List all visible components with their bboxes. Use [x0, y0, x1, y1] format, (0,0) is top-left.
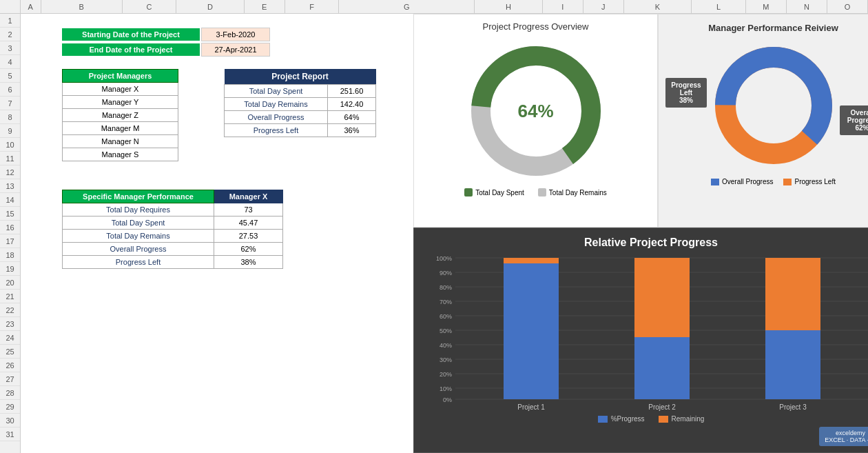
specific-value-5[interactable]: 38%	[214, 256, 283, 269]
svg-text:80%: 80%	[440, 284, 452, 291]
legend-remains-color	[538, 188, 546, 197]
report-header-row: Project Report	[225, 69, 376, 85]
manager-x-row: Manager X	[63, 83, 178, 96]
specific-row-1: Total Day Requires 73	[63, 203, 283, 217]
report-value-2[interactable]: 142.40	[328, 98, 376, 111]
bar-p1-progress	[504, 263, 559, 399]
row-28: 28	[0, 386, 20, 400]
specific-value-1[interactable]: 73	[214, 203, 283, 217]
row-7: 7	[0, 97, 20, 110]
svg-text:70%: 70%	[440, 299, 452, 305]
col-c: C	[123, 0, 177, 13]
bar-legend-progress-label: %Progress	[611, 415, 645, 423]
row-numbers: 1 2 3 4 5 6 7 8 9 10 11 12 13 14 15 16 1…	[0, 14, 21, 453]
legend-left-label: Progress Left	[794, 178, 835, 185]
manager-n-cell[interactable]: Manager N	[63, 135, 178, 148]
report-label-1: Total Day Spent	[225, 85, 328, 98]
report-value-4[interactable]: 36%	[328, 124, 376, 137]
row-18: 18	[0, 248, 20, 262]
bar-chart-legend: %Progress Remaining	[414, 415, 868, 423]
donut-percentage: 64%	[517, 101, 553, 122]
row-6: 6	[0, 83, 20, 97]
svg-text:30%: 30%	[440, 356, 452, 363]
specific-label-4: Overall Progress	[63, 243, 214, 256]
col-d: D	[176, 0, 244, 13]
row-29: 29	[0, 400, 20, 414]
manager-donut-container: Progress Left38% Overall Progress62%	[659, 37, 868, 174]
legend-spent-label: Total Day Spent	[475, 189, 524, 197]
report-label-3: Overall Progress	[225, 111, 328, 124]
manager-s-cell[interactable]: Manager S	[63, 148, 178, 161]
row-15: 15	[0, 207, 20, 221]
bar-chart-wrapper: 100% 90% 80% 70% 60% 50% 40% 30% 20% 10%…	[414, 254, 868, 415]
row-24: 24	[0, 331, 20, 345]
row-25: 25	[0, 345, 20, 359]
end-date-label: End Date of the Project	[62, 43, 200, 56]
end-date-value[interactable]: 27-Apr-2021	[201, 43, 270, 57]
report-value-3[interactable]: 64%	[328, 111, 376, 124]
specific-col2-header: Manager X	[214, 190, 283, 203]
starting-date-row: Starting Date of the Project 3-Feb-2020	[62, 28, 270, 41]
legend-left: Progress Left	[783, 178, 835, 185]
progress-chart-title: Project Progress Overview	[414, 14, 657, 35]
report-row-2: Total Day Remains 142.40	[225, 98, 376, 111]
svg-text:Project 3: Project 3	[779, 403, 807, 411]
specific-value-2[interactable]: 45.47	[214, 217, 283, 230]
row-30: 30	[0, 414, 20, 427]
managers-section: Project Managers Manager X Manager Y Man…	[62, 69, 178, 161]
relative-progress-chart: Relative Project Progress	[413, 228, 868, 453]
report-value-1[interactable]: 251.60	[328, 85, 376, 98]
row-31: 31	[0, 427, 20, 441]
specific-label-2: Total Day Spent	[63, 217, 214, 230]
manager-y-cell[interactable]: Manager Y	[63, 96, 178, 109]
row-11: 11	[0, 152, 20, 165]
svg-text:20%: 20%	[440, 371, 452, 378]
manager-z-row: Manager Z	[63, 109, 178, 122]
specific-value-4[interactable]: 62%	[214, 243, 283, 256]
row-4: 4	[0, 55, 20, 69]
report-label-2: Total Day Remains	[225, 98, 328, 111]
row-22: 22	[0, 303, 20, 317]
row-9: 9	[0, 124, 20, 138]
col-b: B	[41, 0, 123, 13]
starting-date-value[interactable]: 3-Feb-2020	[201, 28, 270, 41]
row-16: 16	[0, 221, 20, 234]
watermark: exceldemy EXCEL · DATA · BI	[819, 427, 868, 446]
bar-p2-remaining	[634, 258, 690, 337]
bar-legend-remaining-color	[659, 416, 668, 423]
svg-text:10%: 10%	[440, 385, 452, 392]
specific-label-1: Total Day Requires	[63, 203, 214, 217]
corner-cell	[0, 0, 21, 13]
svg-text:60%: 60%	[440, 313, 452, 320]
row-5: 5	[0, 69, 20, 83]
bar-legend-progress-color	[598, 416, 608, 423]
managers-table: Project Managers Manager X Manager Y Man…	[62, 69, 178, 161]
col-f: F	[285, 0, 340, 13]
col-k: K	[624, 0, 692, 13]
col-o: O	[827, 0, 868, 13]
report-row-4: Progress Left 36%	[225, 124, 376, 137]
row-14: 14	[0, 193, 20, 207]
bar-chart-svg: 100% 90% 80% 70% 60% 50% 40% 30% 20% 10%…	[421, 254, 868, 413]
manager-z-cell[interactable]: Manager Z	[63, 109, 178, 122]
row-1: 1	[0, 14, 20, 28]
specific-value-3[interactable]: 27.53	[214, 230, 283, 243]
specific-label-5: Progress Left	[63, 256, 214, 269]
report-row-1: Total Day Spent 251.60	[225, 85, 376, 98]
col-h: H	[475, 0, 542, 13]
row-12: 12	[0, 165, 20, 179]
manager-m-cell[interactable]: Manager M	[63, 122, 178, 135]
col-i: I	[543, 0, 583, 13]
manager-perf-chart: Manager Performance Reiview Progress Lef…	[658, 14, 868, 228]
svg-text:40%: 40%	[440, 342, 452, 349]
manager-x-cell[interactable]: Manager X	[63, 83, 178, 96]
charts-area: Project Progress Overview 64%	[413, 14, 868, 453]
report-section: Project Report Total Day Spent 251.60 To…	[224, 69, 376, 137]
end-date-row: End Date of the Project 27-Apr-2021	[62, 43, 270, 57]
watermark-line1: exceldemy	[825, 430, 868, 436]
report-label-4: Progress Left	[225, 124, 328, 137]
row-13: 13	[0, 179, 20, 193]
specific-col1-header: Specific Manager Performance	[63, 190, 214, 203]
svg-text:90%: 90%	[440, 270, 452, 276]
legend-overall-label: Overall Progress	[722, 178, 773, 185]
